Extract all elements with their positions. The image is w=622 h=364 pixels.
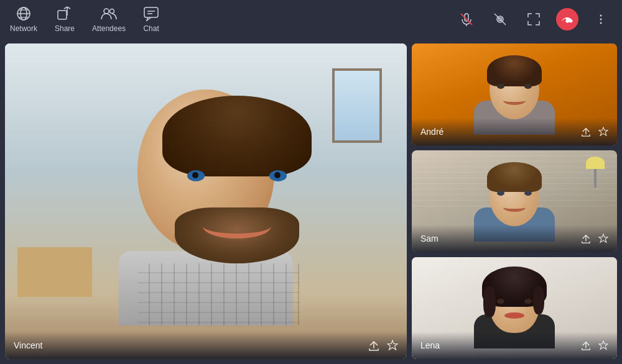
vincent-smile <box>203 214 271 239</box>
vincent-left-eye <box>187 170 205 181</box>
mute-button[interactable] <box>455 8 478 30</box>
sam-name: Sam <box>420 234 581 243</box>
lena-hair-right <box>533 286 544 314</box>
sam-share-button[interactable] <box>581 234 591 243</box>
lena-name: Lena <box>420 340 581 350</box>
andre-namebar: André <box>412 118 617 145</box>
star-lena-icon <box>598 340 608 350</box>
andre-eyes <box>497 84 532 89</box>
sam-head <box>490 167 539 226</box>
camera-button[interactable] <box>489 8 511 30</box>
lena-face <box>483 265 545 339</box>
svg-point-20 <box>600 22 602 24</box>
andre-hair <box>487 55 542 86</box>
share-label: Share <box>55 24 75 33</box>
vincent-star-button[interactable] <box>387 340 398 351</box>
andre-face <box>483 51 545 125</box>
thumb-video-andre: André <box>412 43 617 145</box>
svg-marker-21 <box>388 340 397 350</box>
svg-rect-9 <box>144 7 158 17</box>
vincent-namebar: Vincent <box>5 332 407 359</box>
main-area: Vincent <box>0 39 622 364</box>
room-shelf <box>17 247 92 297</box>
lena-star-button[interactable] <box>598 340 608 350</box>
lena-right-eye <box>524 299 532 304</box>
svg-line-17 <box>494 14 506 25</box>
camera-icon <box>493 12 507 26</box>
sidebar-item-share[interactable]: Share <box>55 6 75 33</box>
end-call-button[interactable] <box>556 8 578 30</box>
svg-point-8 <box>110 9 114 14</box>
chat-label: Chat <box>143 24 159 33</box>
andre-star-button[interactable] <box>598 127 608 137</box>
side-panel: André <box>412 43 617 359</box>
chat-icon <box>143 6 159 22</box>
andre-smile <box>503 96 526 105</box>
lena-actions <box>581 340 608 350</box>
fullscreen-button[interactable] <box>522 8 545 30</box>
nav-right <box>455 8 612 30</box>
share-small-icon <box>368 340 379 351</box>
share-lena-icon <box>581 340 591 350</box>
lena-hair-left <box>483 286 496 317</box>
fullscreen-icon <box>527 12 541 26</box>
andre-share-button[interactable] <box>581 127 591 137</box>
star-icon <box>387 340 398 351</box>
sam-eyes <box>497 191 532 196</box>
star-sam-icon <box>598 234 608 243</box>
attendees-label: Attendees <box>92 24 126 33</box>
more-icon <box>594 12 608 26</box>
lena-share-button[interactable] <box>581 340 591 350</box>
svg-point-7 <box>104 9 109 14</box>
face-main-inner <box>106 77 305 325</box>
sam-left-eye <box>497 191 504 196</box>
share-andre-icon <box>581 127 591 137</box>
vincent-name: Vincent <box>14 340 368 350</box>
sam-namebar: Sam <box>412 225 617 252</box>
end-call-icon <box>560 12 574 26</box>
vincent-actions <box>368 340 398 351</box>
primary-video-vincent: Vincent <box>5 43 407 359</box>
svg-marker-24 <box>599 341 608 349</box>
more-button[interactable] <box>590 8 612 30</box>
sam-smile <box>503 203 526 212</box>
andre-head <box>490 60 539 119</box>
topbar: Network Share Attendees <box>0 0 622 39</box>
share-icon <box>57 6 73 22</box>
sidebar-item-network[interactable]: Network <box>10 6 37 33</box>
lena-lips <box>504 312 524 319</box>
sam-star-button[interactable] <box>598 234 608 243</box>
lena-eyes <box>497 299 532 304</box>
mic-off-icon <box>460 12 473 26</box>
svg-rect-5 <box>58 11 67 19</box>
vincent-eyes <box>187 170 287 181</box>
thumb-video-sam: Sam <box>412 150 617 252</box>
vincent-right-eye <box>269 170 287 181</box>
vincent-shirt <box>119 251 293 325</box>
lena-head <box>490 274 539 333</box>
network-label: Network <box>10 24 37 33</box>
nav-left: Network Share Attendees <box>10 6 455 33</box>
sam-face <box>483 158 545 232</box>
attendees-icon <box>101 6 117 22</box>
andre-actions <box>581 127 608 137</box>
shirt-pattern2 <box>137 263 299 325</box>
svg-marker-23 <box>599 234 608 242</box>
sidebar-item-attendees[interactable]: Attendees <box>92 6 126 33</box>
star-andre-icon <box>598 127 608 137</box>
svg-point-19 <box>600 19 602 20</box>
svg-marker-22 <box>599 127 608 135</box>
room-window <box>332 68 382 143</box>
sidebar-item-chat[interactable]: Chat <box>143 6 159 33</box>
lena-left-eye <box>497 299 504 304</box>
vincent-head <box>137 89 274 251</box>
video-bg-main <box>5 43 407 359</box>
vincent-hair <box>162 96 312 176</box>
andre-right-eye <box>524 84 532 89</box>
sam-actions <box>581 234 608 243</box>
sam-right-eye <box>524 191 532 196</box>
vincent-share-button[interactable] <box>368 340 379 351</box>
lena-namebar: Lena <box>412 332 617 359</box>
andre-name: André <box>420 127 581 137</box>
network-icon <box>16 6 32 22</box>
